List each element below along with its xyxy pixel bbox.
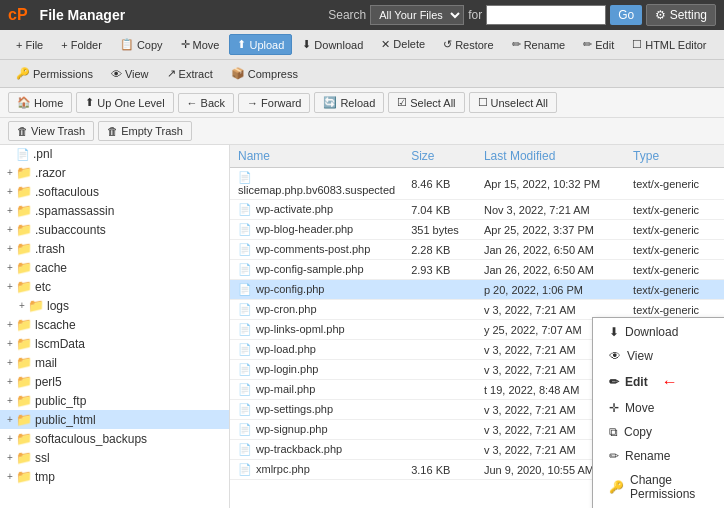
sidebar-item[interactable]: +📁mail	[0, 353, 229, 372]
sidebar-item[interactable]: 📄.pnl	[0, 145, 229, 163]
up-one-level-button[interactable]: ⬆Up One Level	[76, 92, 173, 113]
table-row[interactable]: 📄wp-comments-post.php2.28 KBJan 26, 2022…	[230, 240, 724, 260]
sidebar-item[interactable]: +📁.softaculous	[0, 182, 229, 201]
expand-icon[interactable]	[4, 148, 16, 160]
settings-button[interactable]: ⚙ Setting	[646, 4, 716, 26]
expand-icon[interactable]: +	[4, 452, 16, 464]
restore-button[interactable]: ↺Restore	[435, 34, 502, 55]
sidebar-item[interactable]: +📁etc	[0, 277, 229, 296]
reload-button[interactable]: 🔄Reload	[314, 92, 384, 113]
expand-icon[interactable]: +	[4, 471, 16, 483]
col-size[interactable]: Size	[403, 145, 476, 168]
view-trash-button[interactable]: 🗑View Trash	[8, 121, 94, 141]
empty-trash-button[interactable]: 🗑Empty Trash	[98, 121, 192, 141]
sidebar[interactable]: 📄.pnl+📁.razor+📁.softaculous+📁.spamassass…	[0, 145, 230, 508]
expand-icon[interactable]: +	[16, 300, 28, 312]
view-icon: 👁	[111, 68, 122, 80]
file-size-cell: 8.46 KB	[403, 168, 476, 200]
expand-icon[interactable]: +	[4, 243, 16, 255]
sidebar-item[interactable]: +📁.subaccounts	[0, 220, 229, 239]
download-button[interactable]: ⬇Download	[294, 34, 371, 55]
folder-icon: 📁	[16, 374, 32, 389]
sidebar-item-label: .pnl	[33, 147, 52, 161]
menu-item-label: View	[627, 349, 653, 363]
table-row[interactable]: 📄wp-blog-header.php351 bytesApr 25, 2022…	[230, 220, 724, 240]
sidebar-item[interactable]: +📁cache	[0, 258, 229, 277]
new-folder-button[interactable]: + Folder	[53, 35, 110, 55]
table-row[interactable]: 📄slicemap.php.bv6083.suspected8.46 KBApr…	[230, 168, 724, 200]
file-name-cell: 📄wp-settings.php	[230, 400, 403, 420]
extract-button[interactable]: ↗Extract	[159, 63, 221, 84]
table-row[interactable]: 📄wp-config.phpp 20, 2022, 1:06 PMtext/x-…	[230, 280, 724, 300]
expand-icon[interactable]: +	[4, 414, 16, 426]
expand-icon[interactable]: +	[4, 395, 16, 407]
expand-icon[interactable]: +	[4, 186, 16, 198]
copy-button[interactable]: 📋Copy	[112, 34, 171, 55]
compress-button[interactable]: 📦Compress	[223, 63, 306, 84]
col-name[interactable]: Name	[230, 145, 403, 168]
folder-icon: 📁	[16, 412, 32, 427]
expand-icon[interactable]: +	[4, 224, 16, 236]
unselect-all-button[interactable]: ☐Unselect All	[469, 92, 557, 113]
go-button[interactable]: Go	[610, 5, 642, 25]
edit-button[interactable]: ✏Edit	[575, 34, 622, 55]
folder-icon: 📁	[28, 298, 44, 313]
sidebar-item[interactable]: +📁.razor	[0, 163, 229, 182]
context-menu-item[interactable]: 👁View	[593, 344, 724, 368]
extract-icon: ↗	[167, 67, 176, 80]
menu-item-label: Edit	[625, 375, 648, 389]
col-modified[interactable]: Last Modified	[476, 145, 625, 168]
permissions-button[interactable]: 🔑Permissions	[8, 63, 101, 84]
html-editor-button[interactable]: ☐HTML Editor	[624, 34, 714, 55]
sidebar-item[interactable]: +📁logs	[0, 296, 229, 315]
table-row[interactable]: 📄wp-config-sample.php2.93 KBJan 26, 2022…	[230, 260, 724, 280]
expand-icon[interactable]: +	[4, 357, 16, 369]
context-menu-item[interactable]: ⬇Download	[593, 320, 724, 344]
sidebar-item-label: tmp	[35, 470, 55, 484]
sidebar-item[interactable]: +📁.trash	[0, 239, 229, 258]
sidebar-item-label: .trash	[35, 242, 65, 256]
home-button[interactable]: 🏠Home	[8, 92, 72, 113]
upload-button[interactable]: ⬆Upload	[229, 34, 292, 55]
forward-button[interactable]: →Forward	[238, 93, 310, 113]
sidebar-item[interactable]: +📁public_html	[0, 410, 229, 429]
expand-icon[interactable]: +	[4, 376, 16, 388]
search-input[interactable]	[486, 5, 606, 25]
delete-button[interactable]: ✕ Delete	[373, 34, 433, 55]
folder-icon: 📄	[16, 148, 30, 161]
sidebar-item[interactable]: +📁.spamassassin	[0, 201, 229, 220]
expand-icon[interactable]: +	[4, 262, 16, 274]
move-button[interactable]: ✛Move	[173, 34, 228, 55]
sidebar-item-label: cache	[35, 261, 67, 275]
sidebar-item[interactable]: +📁tmp	[0, 467, 229, 486]
expand-icon[interactable]: +	[4, 205, 16, 217]
select-all-button[interactable]: ☑Select All	[388, 92, 464, 113]
folder-icon: 📁	[16, 336, 32, 351]
search-dropdown[interactable]: All Your Files	[370, 5, 464, 25]
context-menu-item[interactable]: 🔑Change Permissions	[593, 468, 724, 506]
context-menu-item[interactable]: ✏Edit←	[593, 368, 724, 396]
context-menu-item[interactable]: ✛Move	[593, 396, 724, 420]
rename-button[interactable]: ✏Rename	[504, 34, 574, 55]
new-file-button[interactable]: + File	[8, 35, 51, 55]
expand-icon[interactable]: +	[4, 338, 16, 350]
view-button[interactable]: 👁View	[103, 64, 157, 84]
file-name-cell: 📄wp-activate.php	[230, 200, 403, 220]
sidebar-item[interactable]: +📁public_ftp	[0, 391, 229, 410]
sidebar-item[interactable]: +📁softaculous_backups	[0, 429, 229, 448]
sidebar-item-label: .softaculous	[35, 185, 99, 199]
expand-icon[interactable]: +	[4, 281, 16, 293]
sidebar-item[interactable]: +📁ssl	[0, 448, 229, 467]
context-menu-item[interactable]: ⧉Copy	[593, 420, 724, 444]
expand-icon[interactable]: +	[4, 167, 16, 179]
file-icon: 📄	[238, 363, 252, 375]
sidebar-item[interactable]: +📁perl5	[0, 372, 229, 391]
back-button[interactable]: ←Back	[178, 93, 234, 113]
expand-icon[interactable]: +	[4, 319, 16, 331]
table-row[interactable]: 📄wp-activate.php7.04 KBNov 3, 2022, 7:21…	[230, 200, 724, 220]
expand-icon[interactable]: +	[4, 433, 16, 445]
context-menu-item[interactable]: ✏Rename	[593, 444, 724, 468]
sidebar-item[interactable]: +📁lscmData	[0, 334, 229, 353]
sidebar-item[interactable]: +📁lscache	[0, 315, 229, 334]
col-type[interactable]: Type	[625, 145, 724, 168]
